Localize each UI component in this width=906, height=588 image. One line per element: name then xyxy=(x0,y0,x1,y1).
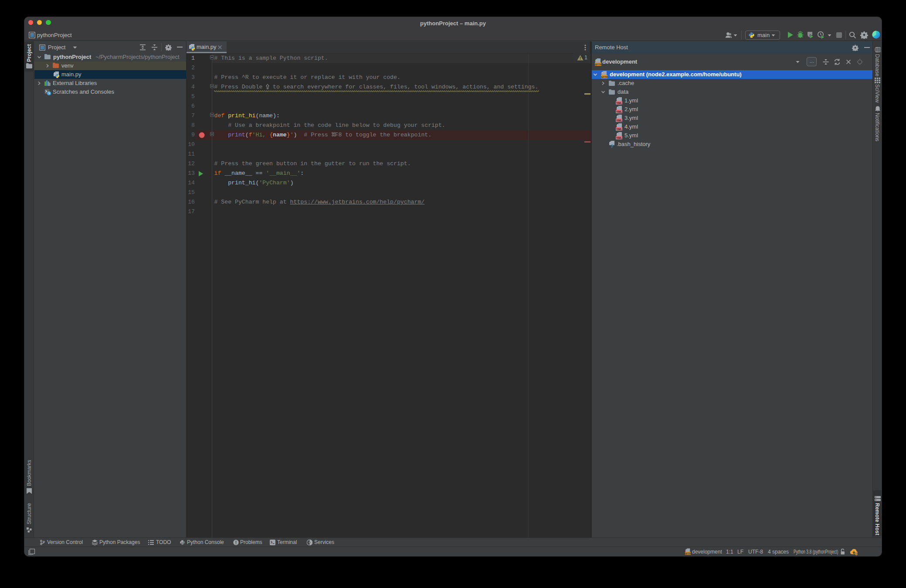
svg-text:YML: YML xyxy=(616,119,622,122)
svg-text:YML: YML xyxy=(616,110,622,113)
svg-text:?: ? xyxy=(611,143,614,148)
svg-text:YML: YML xyxy=(616,128,622,131)
svg-text:SFTP: SFTP xyxy=(601,76,607,78)
svg-text:YML: YML xyxy=(616,102,622,105)
svg-text:SFTP: SFTP xyxy=(595,63,601,66)
svg-text:SFTP: SFTP xyxy=(685,552,691,555)
svg-text:YML: YML xyxy=(616,136,622,139)
